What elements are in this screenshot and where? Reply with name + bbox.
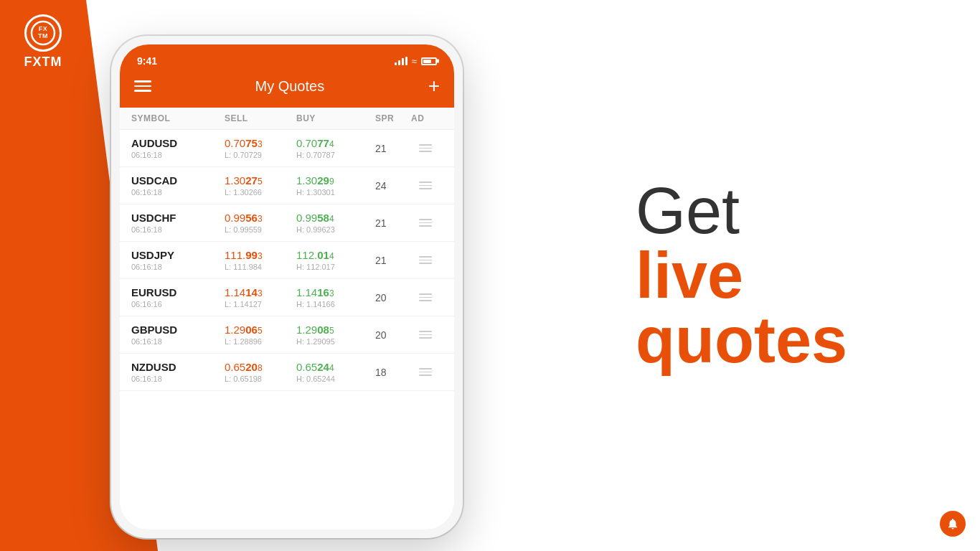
buy-high: H: 1.30301 — [296, 188, 375, 197]
symbol-time: 06:16:16 — [131, 300, 225, 309]
buy-price: 0.99584 — [296, 212, 375, 224]
sell-price-cell: 111.993 L: 111.984 — [225, 249, 296, 271]
buy-high: H: 112.017 — [296, 263, 375, 271]
buy-high: H: 0.99623 — [296, 225, 375, 234]
col-ad: AD — [411, 113, 440, 123]
table-row[interactable]: USDCHF 06:16:18 0.99563 L: 0.99559 0.995… — [120, 204, 454, 242]
table-row[interactable]: USDJPY 06:16:18 111.993 L: 111.984 112.0… — [120, 242, 454, 279]
sell-low: L: 1.28896 — [225, 337, 296, 346]
phone-area: 9:41 ≈ — [100, 29, 473, 545]
symbol-cell: USDCHF 06:16:18 — [131, 212, 225, 234]
symbol-time: 06:16:18 — [131, 263, 225, 271]
buy-price-cell: 0.65244 H: 0.65244 — [296, 361, 375, 383]
symbol-cell: NZDUSD 06:16:18 — [131, 361, 225, 383]
spread-value: 20 — [375, 329, 411, 341]
buy-price-cell: 0.70774 H: 0.70787 — [296, 137, 375, 159]
symbol-name: GBPUSD — [131, 324, 225, 336]
drag-handle-icon[interactable] — [411, 331, 440, 339]
symbol-name: USDCHF — [131, 212, 225, 224]
sell-price-cell: 0.70753 L: 0.70729 — [225, 137, 296, 159]
drag-handle-icon[interactable] — [411, 182, 440, 189]
sell-low: L: 1.14127 — [225, 300, 296, 309]
buy-high: H: 1.29095 — [296, 337, 375, 346]
sell-price: 0.65208 — [225, 361, 296, 373]
spread-value: 20 — [375, 292, 411, 303]
table-row[interactable]: EURUSD 06:16:16 1.14143 L: 1.14127 1.141… — [120, 279, 454, 316]
buy-price-cell: 112.014 H: 112.017 — [296, 249, 375, 271]
buy-price: 112.014 — [296, 249, 375, 261]
sell-price-cell: 1.29065 L: 1.28896 — [225, 324, 296, 346]
hamburger-menu-icon[interactable] — [134, 80, 151, 92]
symbol-name: USDCAD — [131, 174, 225, 187]
col-spread: SPR — [375, 113, 411, 123]
table-row[interactable]: AUDUSD 06:16:18 0.70753 L: 0.70729 0.707… — [120, 130, 454, 167]
status-bar: 9:41 ≈ — [120, 44, 454, 70]
brand-name: FXTM — [24, 55, 62, 70]
table-row[interactable]: NZDUSD 06:16:18 0.65208 L: 0.65198 0.652… — [120, 354, 454, 391]
sell-price: 1.30275 — [225, 174, 296, 187]
sell-low: L: 0.99559 — [225, 225, 296, 234]
sell-low: L: 111.984 — [225, 263, 296, 271]
buy-price: 0.70774 — [296, 137, 375, 149]
col-symbol: SYMBOL — [131, 113, 225, 123]
sell-price-cell: 0.99563 L: 0.99559 — [225, 212, 296, 234]
status-time: 9:41 — [137, 55, 157, 67]
fxtm-logo-icon: FX TM — [24, 14, 62, 52]
notification-bell-button[interactable] — [940, 511, 966, 537]
symbol-cell: AUDUSD 06:16:18 — [131, 137, 225, 159]
buy-high: H: 0.70787 — [296, 151, 375, 159]
drag-handle-icon[interactable] — [411, 144, 440, 152]
sell-price: 0.70753 — [225, 137, 296, 149]
sell-low: L: 1.30266 — [225, 188, 296, 197]
table-header: SYMBOL SELL BUY SPR AD — [120, 108, 454, 130]
sell-low: L: 0.70729 — [225, 151, 296, 159]
sell-price-cell: 0.65208 L: 0.65198 — [225, 361, 296, 383]
symbol-cell: GBPUSD 06:16:18 — [131, 324, 225, 346]
drag-handle-icon[interactable] — [411, 219, 440, 227]
battery-icon — [421, 57, 437, 65]
app-title: My Quotes — [255, 78, 324, 95]
symbol-cell: EURUSD 06:16:16 — [131, 286, 225, 309]
buy-high: H: 0.65244 — [296, 375, 375, 383]
buy-price: 1.14163 — [296, 286, 375, 298]
symbol-name: USDJPY — [131, 249, 225, 261]
drag-handle-icon[interactable] — [411, 256, 440, 264]
spread-value: 21 — [375, 255, 411, 266]
sell-price-cell: 1.14143 L: 1.14127 — [225, 286, 296, 309]
buy-price-cell: 1.29085 H: 1.29095 — [296, 324, 375, 346]
wifi-icon: ≈ — [412, 56, 417, 67]
spread-value: 21 — [375, 143, 411, 154]
table-row[interactable]: GBPUSD 06:16:18 1.29065 L: 1.28896 1.290… — [120, 316, 454, 354]
symbol-name: EURUSD — [131, 286, 225, 298]
sell-low: L: 0.65198 — [225, 375, 296, 383]
col-sell: SELL — [225, 113, 296, 123]
symbol-cell: USDCAD 06:16:18 — [131, 174, 225, 197]
sell-price: 111.993 — [225, 249, 296, 261]
add-quote-button[interactable]: + — [428, 76, 440, 96]
buy-price: 1.30299 — [296, 174, 375, 187]
col-buy: BUY — [296, 113, 375, 123]
buy-price: 0.65244 — [296, 361, 375, 373]
symbol-time: 06:16:18 — [131, 375, 225, 383]
signal-bars-icon — [395, 57, 407, 65]
tagline-line2: live — [636, 243, 937, 308]
buy-price-cell: 0.99584 H: 0.99623 — [296, 212, 375, 234]
spread-value: 18 — [375, 367, 411, 378]
table-row[interactable]: USDCAD 06:16:18 1.30275 L: 1.30266 1.302… — [120, 167, 454, 204]
spread-value: 24 — [375, 180, 411, 192]
right-tagline: Get live quotes — [636, 179, 937, 372]
sell-price-cell: 1.30275 L: 1.30266 — [225, 174, 296, 197]
sell-price: 1.29065 — [225, 324, 296, 336]
spread-value: 21 — [375, 217, 411, 229]
drag-handle-icon[interactable] — [411, 293, 440, 301]
status-icons: ≈ — [395, 56, 437, 67]
fxtm-logo: FX TM FXTM — [24, 14, 62, 70]
left-sidebar: FX TM FXTM — [0, 0, 86, 551]
drag-handle-icon[interactable] — [411, 368, 440, 376]
symbol-time: 06:16:18 — [131, 225, 225, 234]
buy-price-cell: 1.30299 H: 1.30301 — [296, 174, 375, 197]
symbol-cell: USDJPY 06:16:18 — [131, 249, 225, 271]
sell-price: 1.14143 — [225, 286, 296, 298]
buy-high: H: 1.14166 — [296, 300, 375, 309]
symbol-time: 06:16:18 — [131, 151, 225, 159]
